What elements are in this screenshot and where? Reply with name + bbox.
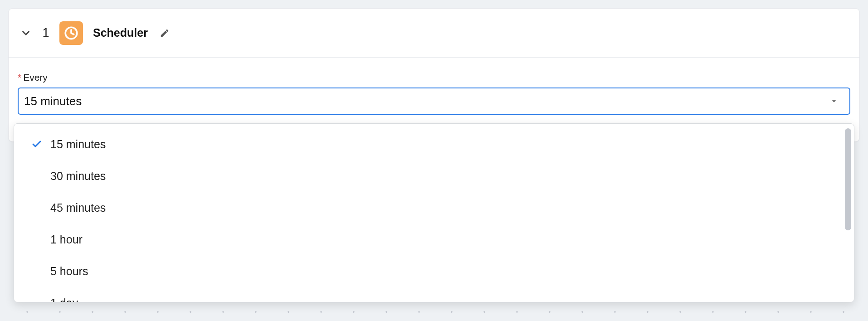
dropdown-option[interactable]: 30 minutes (16, 160, 843, 192)
dropdown-option-label: 45 minutes (50, 201, 106, 214)
dropdown-option[interactable]: 15 minutes (16, 128, 843, 160)
dropdown-option-label: 1 day (50, 297, 78, 302)
every-dropdown: 15 minutes30 minutes45 minutes1 hour5 ho… (14, 123, 854, 302)
dropdown-option[interactable]: 1 day (16, 287, 843, 302)
every-field-label: * Every (18, 72, 850, 83)
dropdown-scrollbar-thumb[interactable] (845, 128, 851, 230)
dropdown-option-label: 15 minutes (50, 138, 106, 151)
step-index: 1 (42, 26, 49, 40)
dropdown-list: 15 minutes30 minutes45 minutes1 hour5 ho… (16, 128, 852, 302)
check-icon (31, 139, 42, 150)
every-select-wrap: 15 minutes (18, 88, 850, 115)
select-caret-icon (829, 97, 839, 106)
required-indicator: * (18, 72, 21, 83)
every-label-text: Every (23, 72, 48, 83)
every-select-value: 15 minutes (24, 94, 82, 108)
collapse-chevron-icon[interactable] (20, 27, 32, 39)
scheduler-step-card: 1 Scheduler * Every 15 minutes (8, 8, 860, 142)
every-select[interactable]: 15 minutes (18, 88, 850, 115)
step-title: Scheduler (93, 26, 148, 39)
dropdown-option[interactable]: 1 hour (16, 224, 843, 255)
dropdown-option-label: 30 minutes (50, 170, 106, 183)
dropdown-option[interactable]: 5 hours (16, 255, 843, 287)
canvas-background: 1 Scheduler * Every 15 minutes (0, 0, 868, 321)
dropdown-option-label: 1 hour (50, 233, 83, 246)
scheduler-clock-icon (59, 21, 83, 45)
step-body: * Every 15 minutes (9, 58, 859, 115)
edit-step-name-icon[interactable] (160, 28, 170, 38)
dropdown-option-label: 5 hours (50, 265, 88, 278)
step-header: 1 Scheduler (9, 9, 859, 58)
dropdown-option[interactable]: 45 minutes (16, 192, 843, 224)
